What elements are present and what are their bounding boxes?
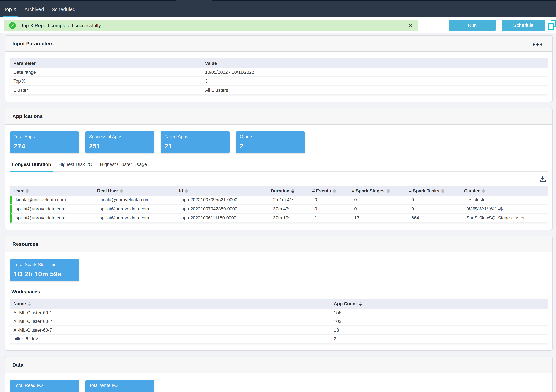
input-parameters-title: Input Parameters [12, 41, 533, 46]
input-parameters-body: Parameter Value Date range 10/05/2022 - … [5, 52, 552, 102]
data-panel: Data Total Read I/O 155.51 GB Total Writ… [5, 357, 553, 392]
table-row[interactable]: spillai@unraveldata.com spillai@unraveld… [10, 214, 548, 223]
cell-workspace-name: AI-ML-Cluster-60-7 [10, 328, 331, 333]
table-row[interactable]: AI-ML-Cluster-60-2 103 [10, 317, 548, 326]
col-real-user[interactable]: Real User [94, 188, 176, 193]
download-icon[interactable] [539, 175, 547, 183]
cell-workspace-name: pillar_5_dev [10, 336, 331, 342]
col-events[interactable]: # Events [309, 188, 349, 193]
cell-spark-stages: 0 [351, 206, 408, 212]
cell-cluster: testcluster [463, 197, 548, 202]
schedule-button[interactable]: Schedule [502, 20, 545, 31]
success-check-icon: ✓ [9, 22, 16, 29]
col-spark-tasks[interactable]: # Spark Tasks [406, 188, 461, 193]
tab-top-x[interactable]: Top X [4, 1, 17, 17]
card-label: Others [240, 134, 301, 139]
card-value: 21 [164, 142, 226, 150]
cell-id: app-20221007095521-0000 [178, 197, 270, 202]
copy-icon-front [548, 23, 554, 30]
workspaces-table-header: Name App Count [10, 299, 548, 309]
banner-close-icon[interactable]: ✕ [407, 22, 413, 29]
applications-title: Applications [12, 113, 542, 119]
total-read-io-card: Total Read I/O 155.51 GB [10, 380, 79, 392]
input-parameters-table: Parameter Value Date range 10/05/2022 - … [10, 58, 548, 95]
cell-cluster: SaaS-SlowSQLStage-cluster [463, 215, 548, 221]
table-row[interactable]: AI-ML-Cluster-60-7 13 [10, 326, 548, 335]
card-label: Failed Apps [164, 134, 226, 139]
data-title: Data [12, 362, 542, 368]
resources-title: Resources [12, 241, 542, 247]
cell-spark-tasks: 0 [408, 206, 463, 212]
sort-icon-desc [359, 302, 362, 306]
cell-real-user: spillai@unraveldata.com [96, 215, 178, 221]
window-top-strip-notch [176, 0, 212, 1]
table-row[interactable]: pillar_5_dev 2 [10, 335, 548, 344]
sort-icon [386, 189, 390, 193]
sort-icon [333, 189, 336, 193]
failed-apps-card: Failed Apps 21 [161, 131, 230, 154]
applications-panel: Applications Total Apps 274 Successful A… [5, 108, 553, 230]
sort-icon [441, 189, 444, 193]
card-label: Total Read I/O [14, 383, 75, 388]
action-row: ✓ Top X Report completed successfully. ✕… [0, 17, 556, 33]
subtab-highest-disk-io[interactable]: Highest Disk I/O [59, 162, 93, 171]
table-row[interactable]: kinala@unraveldata.com kinala@unraveldat… [10, 196, 548, 205]
tab-scheduled[interactable]: Scheduled [52, 1, 76, 17]
workspaces-table: Name App Count AI-ML-Cluster-60-1 155 AI… [10, 299, 548, 344]
card-label: Total Write I/O [89, 383, 151, 388]
resources-cards: Total Spark Slot Time 1D 2h 10m 59s [10, 259, 548, 281]
sort-icon [185, 189, 188, 193]
success-banner-text: Top X Report completed successfully. [21, 23, 407, 28]
run-button[interactable]: Run [449, 20, 496, 31]
cell-spark-tasks: 664 [408, 215, 463, 221]
table-row: Cluster All Clusters [10, 86, 548, 95]
input-parameters-header: Input Parameters [5, 36, 552, 52]
param-value: All Clusters [202, 88, 548, 93]
param-name: Top X [10, 79, 202, 84]
page-background: Input Parameters Parameter Value Date ra… [0, 33, 556, 392]
card-value: 2 [240, 142, 301, 150]
copy-report-icon[interactable] [548, 20, 556, 30]
card-value: 1D 2h 10m 59s [14, 270, 75, 278]
cell-user: spillai@unraveldata.com [12, 206, 96, 212]
total-write-io-card: Total Write I/O 94.62 GB [85, 380, 154, 392]
table-row[interactable]: AI-ML-Cluster-60-1 155 [10, 309, 548, 317]
col-id[interactable]: Id [176, 188, 267, 193]
subtab-highest-cluster-usage[interactable]: Highest Cluster Usage [100, 162, 147, 171]
workspaces-label: Workspaces [11, 289, 548, 295]
col-app-count[interactable]: App Count [331, 301, 548, 307]
sort-icon [120, 189, 123, 193]
cell-workspace-name: AI-ML-Cluster-60-2 [10, 319, 331, 324]
sort-icon [28, 302, 31, 306]
card-value: 274 [14, 142, 75, 150]
subtab-longest-duration[interactable]: Longest Duration [12, 162, 51, 171]
col-duration[interactable]: Duration [267, 188, 309, 193]
cell-user: kinala@unraveldata.com [12, 197, 96, 202]
sort-icon [25, 189, 29, 193]
data-header: Data [5, 357, 552, 373]
col-cluster[interactable]: Cluster [461, 188, 548, 193]
more-options-icon[interactable] [533, 42, 542, 46]
cell-spark-stages: 17 [351, 215, 408, 221]
param-col-parameter: Parameter [10, 61, 202, 66]
applications-table: User Real User Id Duration # Events # Sp… [10, 186, 548, 223]
cell-events: 1 [311, 215, 351, 221]
cell-app-count: 13 [331, 328, 548, 333]
cell-user: spillai@unraveldata.com [12, 215, 96, 221]
success-banner: ✓ Top X Report completed successfully. ✕ [4, 20, 418, 31]
data-cards: Total Read I/O 155.51 GB Total Write I/O… [10, 380, 548, 392]
cell-spark-tasks: 0 [408, 197, 463, 202]
cell-real-user: kinala@unraveldata.com [96, 197, 178, 202]
cell-cluster: (@#$%^&*!@(-=$ [463, 206, 548, 212]
tab-archived[interactable]: Archived [24, 1, 44, 17]
cell-duration: 2h 1m 41s [270, 197, 311, 202]
cell-id: app-20221006111150-0000 [178, 215, 270, 221]
table-row[interactable]: spillai@unraveldata.com spillai@unraveld… [10, 205, 548, 214]
cell-app-count: 2 [331, 336, 548, 342]
sort-icon-desc [292, 189, 294, 193]
others-card: Others 2 [236, 131, 305, 154]
col-name[interactable]: Name [10, 301, 331, 307]
col-user[interactable]: User [10, 188, 94, 193]
param-value: 10/05/2022 - 10/11/2022 [202, 70, 548, 75]
col-spark-stages[interactable]: # Spark Stages [349, 188, 406, 193]
